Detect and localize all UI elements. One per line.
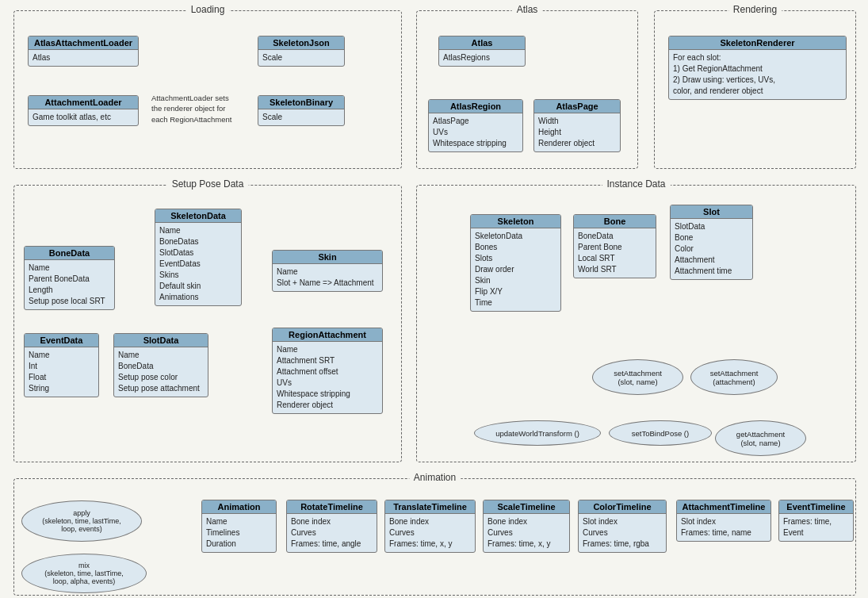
class-slot-data: SlotData NameBoneDataSetup pose colorSet… — [113, 333, 208, 397]
class-color-timeline: ColorTimeline Slot indexCurvesFrames: ti… — [578, 500, 667, 553]
class-skin-body: NameSlot + Name => Attachment — [273, 264, 382, 291]
class-skeleton-body: SkeletonDataBonesSlotsDraw orderSkinFlip… — [471, 228, 560, 311]
class-scale-timeline-body: Bone indexCurvesFrames: time, x, y — [484, 514, 569, 552]
class-slot: Slot SlotDataBoneColorAttachmentAttachme… — [670, 205, 753, 280]
ellipse-set-attachment2: setAttachment(attachment) — [690, 359, 778, 395]
class-color-timeline-header: ColorTimeline — [579, 500, 666, 514]
class-attachment-timeline-body: Slot indexFrames: time, name — [677, 514, 770, 541]
section-instance-data-title: Instance Data — [602, 178, 670, 190]
class-skeleton-data-header: SkeletonData — [155, 209, 241, 223]
class-skeleton-binary-body: Scale — [258, 109, 344, 125]
class-attachment-loader-body: Game toolkit atlas, etc — [29, 109, 138, 125]
class-atlas-attachment-loader: AtlasAttachmentLoader Atlas — [28, 36, 139, 67]
class-bone-header: Bone — [574, 215, 656, 228]
class-event-data-header: EventData — [25, 334, 98, 347]
class-bone-data-body: NameParent BoneDataLengthSetup pose loca… — [25, 260, 114, 309]
class-event-timeline-header: EventTimeline — [779, 500, 853, 514]
class-atlas-page-header: AtlasPage — [534, 100, 620, 113]
class-atlas-region-body: AtlasPageUVsWhitespace stripping — [429, 113, 522, 151]
class-event-data: EventData NameIntFloatString — [24, 333, 99, 397]
class-skeleton-data-body: NameBoneDatasSlotDatasEventDatasSkinsDef… — [155, 223, 241, 305]
ellipse-set-bind-pose: setToBindPose () — [609, 420, 712, 446]
ellipse-update-world: updateWorldTransform () — [474, 420, 601, 446]
class-attachment-timeline: AttachmentTimeline Slot indexFrames: tim… — [676, 500, 771, 542]
class-slot-header: Slot — [671, 205, 752, 219]
class-attachment-timeline-header: AttachmentTimeline — [677, 500, 770, 514]
class-skeleton-json-header: SkeletonJson — [258, 36, 344, 50]
class-slot-data-body: NameBoneDataSetup pose colorSetup pose a… — [114, 347, 208, 397]
section-animation-title: Animation — [409, 472, 461, 483]
class-region-attachment: RegionAttachment NameAttachment SRTAttac… — [272, 328, 383, 414]
class-event-timeline: EventTimeline Frames: time,Event — [778, 500, 854, 542]
class-rotate-timeline: RotateTimeline Bone indexCurvesFrames: t… — [286, 500, 377, 553]
class-rotate-timeline-body: Bone indexCurvesFrames: time, angle — [287, 514, 377, 552]
class-attachment-loader-header: AttachmentLoader — [29, 96, 138, 109]
class-skeleton-json: SkeletonJson Scale — [258, 36, 345, 67]
section-setup-pose-title: Setup Pose Data — [167, 178, 249, 190]
class-translate-timeline-body: Bone indexCurvesFrames: time, x, y — [385, 514, 475, 552]
class-skeleton-renderer: SkeletonRenderer For each slot:1) Get Re… — [668, 36, 847, 100]
class-rotate-timeline-header: RotateTimeline — [287, 500, 377, 514]
class-scale-timeline-header: ScaleTimeline — [484, 500, 569, 514]
class-color-timeline-body: Slot indexCurvesFrames: time, rgba — [579, 514, 666, 552]
section-atlas-title: Atlas — [512, 4, 543, 15]
class-atlas: Atlas AtlasRegions — [438, 36, 526, 67]
class-skeleton-renderer-header: SkeletonRenderer — [669, 36, 846, 50]
class-bone-data: BoneData NameParent BoneDataLengthSetup … — [24, 246, 115, 310]
ellipse-apply: apply(skeleton, time, lastTime,loop, eve… — [21, 500, 142, 542]
class-event-data-body: NameIntFloatString — [25, 347, 98, 397]
class-bone-data-header: BoneData — [25, 247, 114, 260]
class-skeleton-renderer-body: For each slot:1) Get RegionAttachment2) … — [669, 50, 846, 99]
class-bone: Bone BoneDataParent BoneLocal SRTWorld S… — [573, 214, 656, 278]
class-skeleton-data: SkeletonData NameBoneDatasSlotDatasEvent… — [155, 209, 242, 306]
class-atlas-body: AtlasRegions — [439, 50, 525, 66]
class-atlas-page-body: WidthHeightRenderer object — [534, 113, 620, 151]
class-region-attachment-header: RegionAttachment — [273, 328, 382, 342]
class-scale-timeline: ScaleTimeline Bone indexCurvesFrames: ti… — [483, 500, 570, 553]
watermark: CSDN@浮生述矣 — [807, 0, 863, 1]
ellipse-mix: mix(skeleton, time, lastTime,loop, alpha… — [21, 554, 147, 593]
class-animation: Animation NameTimelinesDuration — [201, 500, 277, 553]
label-attachment-loader-sets: AttachmentLoader setsthe renderer object… — [151, 93, 254, 125]
section-rendering-title: Rendering — [728, 4, 782, 15]
class-animation-header: Animation — [202, 500, 276, 514]
class-atlas-attachment-loader-body: Atlas — [29, 50, 138, 66]
class-translate-timeline-header: TranslateTimeline — [385, 500, 475, 514]
class-translate-timeline: TranslateTimeline Bone indexCurvesFrames… — [384, 500, 476, 553]
class-slot-body: SlotDataBoneColorAttachmentAttachment ti… — [671, 219, 752, 279]
ellipse-set-attachment-slot: setAttachment(slot, name) — [592, 359, 683, 395]
class-skin: Skin NameSlot + Name => Attachment — [272, 250, 383, 292]
class-atlas-region: AtlasRegion AtlasPageUVsWhitespace strip… — [428, 99, 523, 152]
class-bone-body: BoneDataParent BoneLocal SRTWorld SRT — [574, 228, 656, 278]
class-atlas-attachment-loader-header: AtlasAttachmentLoader — [29, 36, 138, 50]
class-atlas-header: Atlas — [439, 36, 525, 50]
class-attachment-loader: AttachmentLoader Game toolkit atlas, etc — [28, 95, 139, 126]
class-skeleton-binary-header: SkeletonBinary — [258, 96, 344, 109]
class-skeleton-json-body: Scale — [258, 50, 344, 66]
class-skeleton-binary: SkeletonBinary Scale — [258, 95, 345, 126]
section-loading-title: Loading — [186, 4, 230, 15]
class-event-timeline-body: Frames: time,Event — [779, 514, 853, 541]
class-atlas-region-header: AtlasRegion — [429, 100, 522, 113]
class-animation-body: NameTimelinesDuration — [202, 514, 276, 552]
class-skin-header: Skin — [273, 251, 382, 264]
ellipse-get-attachment: getAttachment(slot, name) — [715, 420, 806, 456]
class-skeleton-header: Skeleton — [471, 215, 560, 228]
class-region-attachment-body: NameAttachment SRTAttachment offsetUVsWh… — [273, 342, 382, 413]
section-loading: Loading — [13, 10, 402, 169]
class-slot-data-header: SlotData — [114, 334, 208, 347]
class-atlas-page: AtlasPage WidthHeightRenderer object — [533, 99, 621, 152]
class-skeleton: Skeleton SkeletonDataBonesSlotsDraw orde… — [470, 214, 561, 312]
